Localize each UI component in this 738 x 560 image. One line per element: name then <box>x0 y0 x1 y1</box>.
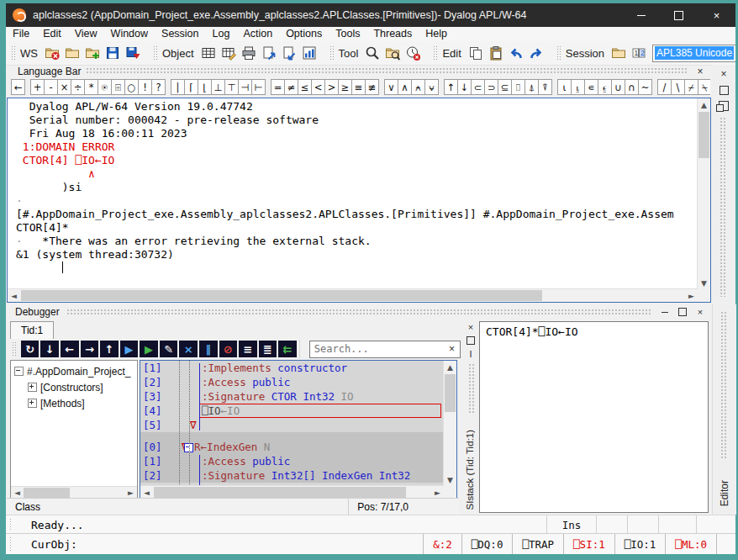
debugger-maximize-icon[interactable] <box>675 306 690 318</box>
apl-symbol-button[interactable]: \ <box>671 79 685 95</box>
toolbar-grip[interactable] <box>433 45 437 61</box>
menu-options[interactable]: Options <box>279 27 329 41</box>
class-tree[interactable]: #.AppDomain_Project_ [Constructors] [Met… <box>10 360 138 499</box>
code-line[interactable]: [2]:Access public <box>140 375 444 389</box>
continue-icon[interactable]: ▶ <box>120 341 139 357</box>
scroll-left-icon[interactable]: ◄ <box>11 486 24 499</box>
apl-symbol-button[interactable]: ⍋ <box>525 79 539 95</box>
collapse-box-icon[interactable] <box>14 367 24 376</box>
code-line[interactable]: [4]⎕IO←IO <box>140 404 444 418</box>
apl-symbol-button[interactable]: ⍱ <box>424 79 439 95</box>
apl-symbol-button[interactable]: ↑ <box>444 79 458 95</box>
obj-grid-edit-icon[interactable] <box>219 44 238 62</box>
apl-symbol-button[interactable]: ⊆ <box>498 79 512 95</box>
sistack-grip[interactable] <box>468 363 474 414</box>
apl-symbol-button[interactable]: / <box>657 79 672 95</box>
continue-all-icon[interactable]: ▶ <box>140 341 158 357</box>
apl-symbol-button[interactable]: ⌊ <box>198 79 212 95</box>
apl-symbol-button[interactable]: ≡ <box>351 79 366 95</box>
menu-window[interactable]: Window <box>104 27 155 41</box>
debugger-minimize-icon[interactable] <box>657 306 672 318</box>
apl-symbol-button[interactable]: + <box>30 79 45 95</box>
toolbar-grip[interactable] <box>556 45 561 61</box>
apl-symbol-button[interactable]: ≢ <box>365 79 379 95</box>
step-out-icon[interactable]: ↑ <box>100 341 119 357</box>
toolbar-grip[interactable] <box>11 45 15 61</box>
menu-log[interactable]: Log <box>206 27 237 41</box>
menu-edit[interactable]: Edit <box>36 27 68 41</box>
scroll-down-icon[interactable]: ▼ <box>698 277 710 289</box>
ws-clear-icon[interactable] <box>43 44 61 62</box>
ws-open-icon[interactable] <box>63 44 82 62</box>
scroll-left-icon[interactable]: ◄ <box>8 289 20 302</box>
apl-symbol-button[interactable]: ⍸ <box>571 79 585 95</box>
obj-print-icon[interactable] <box>240 44 258 62</box>
clear-stop-points-icon[interactable]: ≣ <box>259 341 277 357</box>
tree-item-constructors[interactable]: [Constructors] <box>14 379 137 395</box>
apl-symbol-button[interactable]: ⌈ <box>184 79 198 95</box>
clear-trace-points-icon[interactable]: ≡ <box>239 341 257 357</box>
scroll-right-icon[interactable]: ► <box>431 486 444 499</box>
apl-symbol-button[interactable]: ∩ <box>625 79 639 95</box>
apl-symbol-button[interactable]: ∧ <box>398 79 412 95</box>
tool-folder-search-icon[interactable] <box>383 44 402 62</box>
breakpoint-gutter[interactable] <box>179 361 180 486</box>
code-line[interactable]: [1]:Access public <box>140 454 444 468</box>
session-input-line[interactable] <box>16 262 697 275</box>
debugger-grip[interactable] <box>66 309 651 316</box>
code-line[interactable]: [5]∇ <box>140 418 444 432</box>
minimize-button[interactable] <box>622 3 660 27</box>
maximize-button[interactable] <box>660 3 698 27</box>
apl-symbol-button[interactable]: ∊ <box>584 79 598 95</box>
apl-symbol-button[interactable]: ⊤ <box>224 79 239 95</box>
breakpoint-gutter[interactable] <box>189 361 190 486</box>
toolbar-grip[interactable] <box>153 45 157 61</box>
edit-undo-icon[interactable] <box>507 44 525 62</box>
dock-grip[interactable] <box>720 117 727 297</box>
session-window[interactable]: Dyalog APL/W-64 Version 19.0.47742 Seria… <box>7 98 711 303</box>
menu-help[interactable]: Help <box>419 27 454 41</box>
sistack-content[interactable]: CTOR[4]*⎕IO←IO <box>479 321 709 513</box>
code-horizontal-scrollbar[interactable]: ◄ ► <box>140 485 444 499</box>
obj-paste-icon[interactable] <box>280 44 298 62</box>
code-line[interactable]: [3]:Signature CTOR Int32 IO <box>140 389 444 404</box>
apl-symbol-button[interactable]: ∪ <box>611 79 625 95</box>
apl-symbol-button[interactable]: ⌷ <box>511 79 525 95</box>
tool-search-icon[interactable] <box>363 44 382 62</box>
dock-maximize-icon[interactable] <box>717 83 730 97</box>
code-line[interactable]: [2]:Signature Int32[] IndexGen Int32 <box>140 468 444 483</box>
apl-symbol-button[interactable]: ⊂ <box>471 79 485 95</box>
tab-tid-1[interactable]: Tid:1 <box>10 321 54 339</box>
apl-symbol-button[interactable]: ÷ <box>71 79 85 95</box>
sistack-close-icon[interactable]: × <box>465 321 477 333</box>
apl-symbol-button[interactable]: ⍷ <box>598 79 612 95</box>
trace-restart-icon[interactable]: ↻ <box>21 341 40 357</box>
menu-action[interactable]: Action <box>236 27 279 41</box>
apl-symbol-button[interactable]: ⊃ <box>484 79 498 95</box>
tree-horizontal-scrollbar[interactable]: ◄ ► <box>11 486 137 499</box>
unwind-stack-icon[interactable]: ⇇ <box>278 341 297 357</box>
dock-close-icon[interactable]: × <box>717 67 730 81</box>
apl-symbol-button[interactable]: ⊣ <box>238 79 252 95</box>
menu-tools[interactable]: Tools <box>329 27 366 41</box>
skip-back-icon[interactable]: ← <box>61 341 79 357</box>
apl-symbol-button[interactable]: × <box>57 79 71 95</box>
apl-symbol-button[interactable]: ⍀ <box>698 79 710 95</box>
editor-grip[interactable] <box>720 311 728 458</box>
edit-paste-icon[interactable] <box>487 44 505 62</box>
apl-symbol-button[interactable]: ← <box>11 79 25 95</box>
sess-12-icon[interactable]: 12 <box>630 44 648 62</box>
menu-session[interactable]: Session <box>155 27 205 41</box>
expand-box-icon[interactable] <box>28 383 37 392</box>
editor-tab[interactable]: Editor <box>719 480 730 506</box>
apl-symbol-button[interactable]: | <box>171 79 185 95</box>
ws-save-icon[interactable] <box>103 44 122 62</box>
apl-symbol-button[interactable]: ○ <box>124 79 139 95</box>
apl-symbol-button[interactable]: = <box>271 79 285 95</box>
menu-view[interactable]: View <box>68 27 104 41</box>
apl-symbol-button[interactable]: ⊢ <box>251 79 266 95</box>
edit-copy-icon[interactable] <box>467 44 485 62</box>
toolbar-grip[interactable] <box>12 341 16 357</box>
skip-forward-icon[interactable]: → <box>81 341 99 357</box>
step-into-icon[interactable]: ↓ <box>40 341 59 357</box>
